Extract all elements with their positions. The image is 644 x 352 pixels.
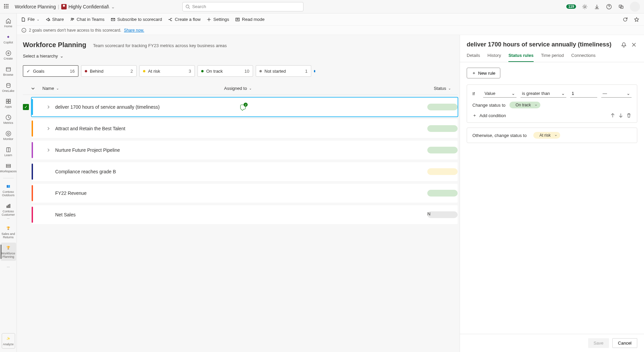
tab-history[interactable]: History — [488, 53, 501, 62]
notification-badge[interactable]: 119 — [566, 4, 576, 9]
rule-unit-select[interactable]: —⌄ — [601, 90, 632, 98]
svg-rect-18 — [6, 166, 10, 168]
svg-rect-9 — [6, 99, 8, 101]
filter-goals[interactable]: ✓Goals16 — [23, 65, 78, 77]
column-assigned[interactable]: Assigned to⌄ — [224, 86, 278, 91]
add-condition-button[interactable]: Add condition — [479, 113, 506, 118]
rail-analyze[interactable]: ✨Analyze — [2, 333, 15, 349]
svg-rect-20 — [8, 205, 9, 208]
status-select-ontrack[interactable]: On track — [509, 102, 540, 108]
svg-rect-21 — [9, 204, 10, 208]
download-icon[interactable] — [594, 3, 600, 10]
status-pill — [427, 125, 458, 132]
chevron-right-icon[interactable] — [46, 127, 50, 131]
breadcrumb-workspace[interactable]: Workforce Planning — [15, 4, 56, 9]
status-select-atrisk[interactable]: At risk — [533, 132, 560, 139]
goal-name: Compliance reaches grade B — [55, 169, 116, 174]
svg-rect-10 — [8, 99, 10, 101]
cmd-file[interactable]: File⌄ — [21, 17, 39, 22]
delete-icon[interactable] — [626, 113, 632, 118]
move-up-icon[interactable] — [610, 113, 615, 118]
filter-behind[interactable]: Behind2 — [81, 65, 137, 77]
cmd-share[interactable]: Share — [45, 17, 64, 22]
close-icon[interactable] — [631, 41, 637, 48]
rail-ws-contoso-customer[interactable]: Contoso Customer ... — [1, 201, 16, 222]
cmd-flow[interactable]: Create a flow — [168, 17, 201, 22]
star-icon[interactable] — [633, 16, 640, 23]
goal-row[interactable]: Net SalesN — [32, 205, 458, 224]
checkbox-checked[interactable]: ✓ — [23, 104, 29, 110]
filter-not-started[interactable]: Not started1 — [256, 65, 311, 77]
tab-connections[interactable]: Connections — [571, 53, 596, 62]
breadcrumb-sensitivity[interactable]: Highly Confidential\ — [69, 4, 109, 9]
rule-field-select[interactable]: Value⌄ — [483, 90, 516, 98]
goal-row[interactable]: Attract and Retain the Best Talent — [32, 119, 458, 138]
rail-metrics[interactable]: Metrics — [1, 112, 16, 127]
svg-rect-11 — [6, 102, 8, 103]
status-dot — [259, 70, 262, 72]
cancel-button[interactable]: Cancel — [612, 338, 637, 348]
rail-home[interactable]: Home — [1, 15, 16, 30]
new-rule-button[interactable]: ＋ New rule — [467, 68, 500, 78]
rail-browse[interactable]: Browse — [1, 64, 16, 79]
rail-onelake[interactable]: OneLake — [1, 80, 16, 95]
goal-row[interactable]: ✓deliver 1700 hours of service annually … — [32, 98, 458, 116]
tab-status-rules[interactable]: Status rules — [508, 53, 533, 62]
goal-row[interactable]: Compliance reaches grade B — [32, 162, 458, 181]
avatar[interactable] — [630, 2, 640, 12]
save-button[interactable]: Save — [588, 338, 609, 348]
rail-more[interactable]: ⋯ — [1, 262, 16, 274]
cmd-chat[interactable]: Chat in Teams — [70, 17, 105, 22]
app-launcher-icon[interactable] — [4, 4, 9, 9]
rule-card: If Value⌄ is greater than⌄ —⌄ Change sta… — [467, 84, 637, 123]
info-text: 2 goals owners don't have access to this… — [29, 28, 121, 33]
rail-ws-sales-returns[interactable]: 🏆Sales and Returns — [1, 223, 16, 241]
cmd-read[interactable]: Read mode — [235, 17, 264, 22]
color-bar — [32, 185, 33, 201]
command-bar: File⌄ Share Chat in Teams Subscribe to s… — [17, 13, 644, 26]
goal-row[interactable]: FY22 Revenue — [32, 184, 458, 203]
column-name[interactable]: Name⌄ — [42, 86, 224, 91]
tab-time-period[interactable]: Time period — [541, 53, 564, 62]
rail-learn[interactable]: Learn — [1, 144, 16, 159]
rail-copilot[interactable]: ◆Copilot — [1, 32, 16, 46]
column-status[interactable]: Status⌄ — [434, 86, 458, 91]
bell-icon[interactable] — [620, 41, 627, 48]
rail-monitor[interactable]: Monitor — [1, 128, 16, 143]
cmd-settings[interactable]: Settings — [207, 17, 229, 22]
chevron-down-icon[interactable]: ⌄ — [111, 4, 115, 9]
help-icon[interactable] — [606, 3, 612, 10]
rail-ws-contoso-outdoors[interactable]: 👥Contoso Outdoors — [1, 181, 16, 199]
hierarchy-select[interactable]: Select a hierarchy ⌄ — [23, 54, 64, 59]
rail-workspaces[interactable]: Workspaces — [1, 161, 16, 175]
color-bar — [32, 120, 33, 137]
filter-at-risk[interactable]: At risk3 — [139, 65, 195, 77]
comment-badge[interactable]: 2 — [240, 105, 246, 109]
tab-details[interactable]: Details — [467, 53, 480, 62]
scorecard-area: Workforce Planning Team scorecard for tr… — [17, 35, 460, 352]
cmd-subscribe[interactable]: Subscribe to scorecard — [111, 17, 162, 22]
chevron-right-icon[interactable] — [46, 105, 50, 109]
refresh-icon[interactable] — [622, 16, 629, 23]
rule-threshold-input[interactable] — [570, 90, 597, 98]
color-bar — [32, 142, 33, 158]
search-icon — [185, 4, 190, 9]
rule-operator-select[interactable]: is greater than⌄ — [521, 90, 566, 98]
feedback-icon[interactable] — [618, 3, 624, 10]
if-label: If — [472, 91, 479, 96]
filter-on-track[interactable]: On track10 — [198, 65, 253, 77]
learn-icon — [5, 146, 12, 153]
settings-icon[interactable] — [581, 3, 588, 10]
rail-create[interactable]: Create — [1, 48, 16, 63]
expand-all-icon[interactable] — [31, 86, 35, 91]
move-down-icon[interactable] — [618, 113, 623, 118]
search-input[interactable]: Search — [182, 2, 303, 11]
svg-rect-26 — [236, 18, 240, 21]
goal-row[interactable]: Nurture Future Project Pipeline — [32, 141, 458, 160]
rail-apps[interactable]: Apps — [1, 96, 16, 111]
color-bar — [32, 164, 33, 180]
rail-ws-workforce-planning[interactable]: 🏆Workforce Planning — [1, 243, 16, 261]
svg-line-1 — [189, 7, 190, 9]
share-now-link[interactable]: Share now. — [124, 28, 144, 33]
chevron-right-icon[interactable] — [46, 148, 50, 152]
